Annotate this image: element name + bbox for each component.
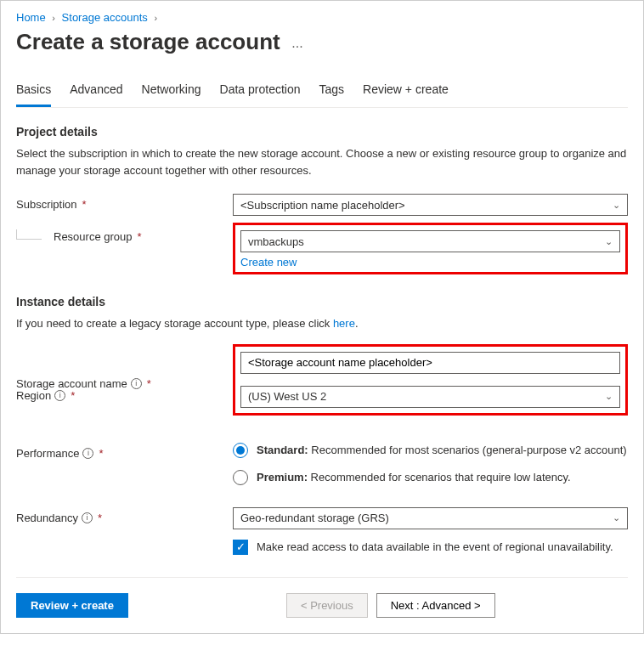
- storage-account-name-label: Storage account name i *: [16, 348, 233, 416]
- tab-data-protection[interactable]: Data protection: [220, 82, 301, 107]
- previous-button: < Previous: [286, 593, 368, 618]
- read-access-label: Make read access to data available in th…: [257, 540, 613, 553]
- resource-group-label: Resource group*: [16, 226, 233, 243]
- performance-premium-label: Premium: Recommended for scenarios that …: [257, 471, 571, 484]
- tab-review-create[interactable]: Review + create: [363, 82, 449, 107]
- subscription-label: Subscription*: [16, 194, 233, 211]
- chevron-right-icon: ›: [154, 13, 157, 23]
- subscription-select[interactable]: <Subscription name placeholder> ⌄: [233, 194, 628, 216]
- tab-advanced[interactable]: Advanced: [70, 82, 122, 107]
- info-icon[interactable]: i: [82, 448, 93, 459]
- create-new-link[interactable]: Create new: [240, 256, 297, 269]
- storage-account-name-input[interactable]: [240, 352, 620, 374]
- next-button[interactable]: Next : Advanced >: [376, 593, 495, 618]
- info-icon[interactable]: i: [82, 512, 93, 523]
- page-title: Create a storage account: [16, 29, 280, 55]
- review-create-button[interactable]: Review + create: [16, 593, 128, 618]
- region-label: Region i *: [16, 385, 233, 402]
- highlight-resource-group: vmbackups ⌄ Create new: [233, 223, 628, 274]
- chevron-down-icon: ⌄: [605, 236, 613, 247]
- resource-group-select[interactable]: vmbackups ⌄: [240, 230, 620, 252]
- tabs: Basics Advanced Networking Data protecti…: [16, 82, 628, 108]
- performance-label: Performance i *: [16, 443, 233, 460]
- project-details-heading: Project details: [16, 125, 628, 139]
- chevron-down-icon: ⌄: [605, 391, 613, 402]
- redundancy-label: Redundancy i *: [16, 507, 233, 524]
- tab-networking[interactable]: Networking: [142, 82, 201, 107]
- tab-tags[interactable]: Tags: [319, 82, 345, 107]
- info-icon[interactable]: i: [54, 390, 65, 401]
- project-details-desc: Select the subscription in which to crea…: [16, 145, 628, 178]
- tab-basics[interactable]: Basics: [16, 82, 51, 107]
- performance-standard-label: Standard: Recommended for most scenarios…: [257, 444, 627, 456]
- performance-premium-radio[interactable]: [233, 470, 248, 485]
- chevron-down-icon: ⌄: [613, 200, 620, 211]
- instance-details-heading: Instance details: [16, 295, 628, 308]
- breadcrumb-storage-accounts[interactable]: Storage accounts: [62, 11, 148, 24]
- read-access-checkbox[interactable]: ✓: [233, 540, 248, 555]
- highlight-name-region: (US) West US 2 ⌄: [233, 344, 628, 416]
- chevron-down-icon: ⌄: [613, 512, 620, 523]
- region-select[interactable]: (US) West US 2 ⌄: [240, 386, 620, 408]
- instance-details-desc: If you need to create a legacy storage a…: [16, 315, 628, 332]
- performance-standard-radio[interactable]: [233, 443, 248, 458]
- chevron-right-icon: ›: [52, 13, 55, 23]
- breadcrumb: Home › Storage accounts ›: [16, 11, 628, 24]
- more-icon[interactable]: ···: [291, 39, 302, 54]
- redundancy-select[interactable]: Geo-redundant storage (GRS) ⌄: [233, 507, 628, 529]
- legacy-link[interactable]: here: [333, 317, 355, 330]
- footer: Review + create < Previous Next : Advanc…: [16, 577, 628, 618]
- breadcrumb-home[interactable]: Home: [16, 11, 46, 24]
